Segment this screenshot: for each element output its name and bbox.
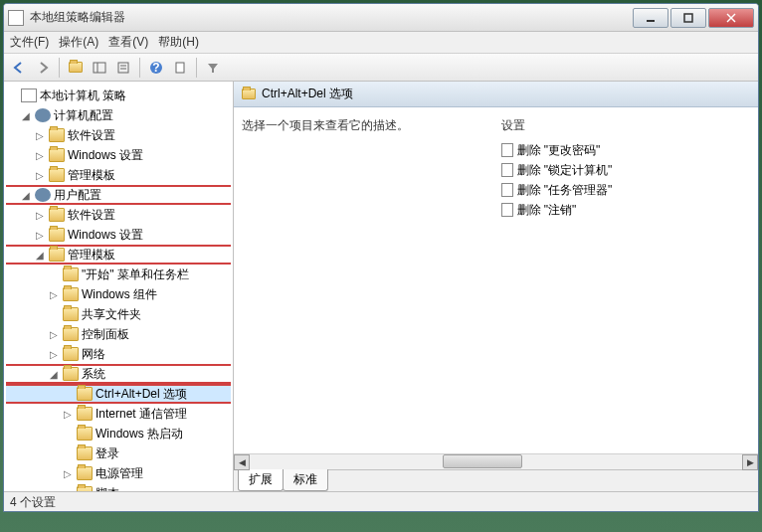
tree-item[interactable]: 共享文件夹 <box>6 304 231 324</box>
up-button[interactable] <box>65 57 87 79</box>
scroll-right-button[interactable]: ▶ <box>742 454 758 470</box>
tree-label: 共享文件夹 <box>82 306 141 323</box>
folder-icon <box>77 407 93 421</box>
window-title: 本地组策略编辑器 <box>30 9 631 26</box>
tree-item[interactable]: ▷Windows 组件 <box>6 284 231 304</box>
status-bar: 4 个设置 <box>4 491 758 511</box>
tree-item[interactable]: ▷管理模板 <box>6 165 231 185</box>
tree-label: Windows 组件 <box>82 286 157 303</box>
tree-ctrl-alt-del[interactable]: Ctrl+Alt+Del 选项 <box>6 384 231 404</box>
collapse-icon[interactable]: ◢ <box>20 190 32 201</box>
menu-help[interactable]: 帮助(H) <box>158 34 199 51</box>
setting-item[interactable]: 删除 "更改密码" <box>501 140 751 160</box>
expand-icon[interactable]: ▷ <box>62 409 74 420</box>
scroll-thumb[interactable] <box>443 454 522 468</box>
properties-button[interactable] <box>112 57 134 79</box>
details-pane: Ctrl+Alt+Del 选项 选择一个项目来查看它的描述。 设置 删除 "更改… <box>234 82 758 491</box>
tree-system[interactable]: ◢系统 <box>6 364 231 384</box>
folder-icon <box>49 148 65 162</box>
help-button[interactable]: ? <box>145 57 167 79</box>
refresh-button[interactable] <box>169 57 191 79</box>
tree-admin-templates[interactable]: ◢管理模板 <box>6 245 231 265</box>
scroll-left-button[interactable]: ◀ <box>234 454 250 470</box>
tab-standard[interactable]: 标准 <box>283 469 328 491</box>
setting-item[interactable]: 删除 "任务管理器" <box>501 180 751 200</box>
expand-icon[interactable]: ▷ <box>48 329 60 340</box>
setting-label: 删除 "任务管理器" <box>517 182 613 199</box>
setting-item[interactable]: 删除 "锁定计算机" <box>501 160 751 180</box>
collapse-icon[interactable]: ◢ <box>20 110 32 121</box>
expand-icon[interactable]: ▷ <box>34 230 46 241</box>
expand-icon[interactable]: ▷ <box>48 349 60 360</box>
filter-button[interactable] <box>202 57 224 79</box>
tree-label: Windows 热启动 <box>95 426 183 443</box>
policy-icon <box>21 89 37 102</box>
folder-icon <box>63 307 79 321</box>
expand-icon[interactable]: ▷ <box>34 170 46 181</box>
folder-icon <box>63 267 79 281</box>
tree-item[interactable]: 登录 <box>6 443 231 463</box>
expand-icon[interactable]: ▷ <box>34 130 46 141</box>
close-button[interactable] <box>708 8 754 28</box>
settings-column: 设置 删除 "更改密码" 删除 "锁定计算机" 删除 "任务管理器" 删除 "注… <box>501 117 751 443</box>
tree-item[interactable]: ▷Windows 设置 <box>6 225 231 245</box>
folder-icon <box>77 466 93 480</box>
toolbar-separator <box>196 58 197 78</box>
tree-item[interactable]: ▷Windows 设置 <box>6 145 231 165</box>
menu-view[interactable]: 查看(V) <box>108 34 148 51</box>
tree-item[interactable]: "开始" 菜单和任务栏 <box>6 265 231 284</box>
folder-icon <box>49 208 65 222</box>
tree-label: 网络 <box>82 346 105 363</box>
folder-up-icon <box>69 62 83 73</box>
details-header: Ctrl+Alt+Del 选项 <box>234 82 758 107</box>
setting-label: 删除 "更改密码" <box>517 142 601 159</box>
svg-rect-11 <box>176 63 184 73</box>
setting-item[interactable]: 删除 "注销" <box>501 200 751 220</box>
tree-item[interactable]: Windows 热启动 <box>6 424 231 443</box>
tree-item[interactable]: ▷控制面板 <box>6 324 231 344</box>
tree-label: 系统 <box>82 366 105 383</box>
menu-file[interactable]: 文件(F) <box>10 34 49 51</box>
content-area: 本地计算机 策略 ◢计算机配置 ▷软件设置 ▷Windows 设置 ▷管理模板 … <box>4 82 758 491</box>
tree-user-config[interactable]: ◢用户配置 <box>6 185 231 205</box>
folder-icon <box>77 387 93 401</box>
tree-item[interactable]: ▷软件设置 <box>6 125 231 145</box>
expand-icon[interactable]: ▷ <box>34 210 46 221</box>
tree-label: Windows 设置 <box>68 147 143 164</box>
show-hide-tree-button[interactable] <box>89 57 110 79</box>
horizontal-scrollbar[interactable]: ◀ ▶ <box>234 453 758 469</box>
tree-label: 登录 <box>95 445 119 462</box>
folder-icon <box>77 427 93 441</box>
collapse-icon[interactable]: ◢ <box>34 250 46 261</box>
tree-item[interactable]: ▷软件设置 <box>6 205 231 225</box>
user-icon <box>35 188 51 202</box>
computer-icon <box>35 108 51 122</box>
tree-label: 脚本 <box>95 485 119 492</box>
folder-icon <box>77 486 93 491</box>
tree-item[interactable]: 脚本 <box>6 483 231 491</box>
tree-label: 软件设置 <box>68 127 115 144</box>
tree-item[interactable]: ▷Internet 通信管理 <box>6 404 231 424</box>
tree-item[interactable]: ▷电源管理 <box>6 463 231 483</box>
collapse-icon[interactable]: ◢ <box>48 369 60 380</box>
tree-label: 电源管理 <box>95 465 143 482</box>
tree-root[interactable]: 本地计算机 策略 <box>6 86 231 105</box>
tree-pane[interactable]: 本地计算机 策略 ◢计算机配置 ▷软件设置 ▷Windows 设置 ▷管理模板 … <box>4 82 234 491</box>
toolbar: ? <box>4 54 758 82</box>
tree-computer-config[interactable]: ◢计算机配置 <box>6 105 231 125</box>
minimize-button[interactable] <box>633 8 668 28</box>
expand-icon[interactable]: ▷ <box>62 468 74 479</box>
back-button[interactable] <box>8 57 30 79</box>
tree-item[interactable]: ▷网络 <box>6 344 231 364</box>
expand-icon[interactable]: ▷ <box>48 289 60 300</box>
tree-label: 管理模板 <box>68 167 115 184</box>
forward-button[interactable] <box>32 57 54 79</box>
tab-extended[interactable]: 扩展 <box>238 469 284 491</box>
maximize-button[interactable] <box>670 8 706 28</box>
folder-icon <box>49 248 65 262</box>
details-title: Ctrl+Alt+Del 选项 <box>262 86 353 102</box>
tree-label: Ctrl+Alt+Del 选项 <box>95 386 187 403</box>
folder-icon <box>49 128 65 142</box>
menu-action[interactable]: 操作(A) <box>59 34 98 51</box>
expand-icon[interactable]: ▷ <box>34 150 46 161</box>
